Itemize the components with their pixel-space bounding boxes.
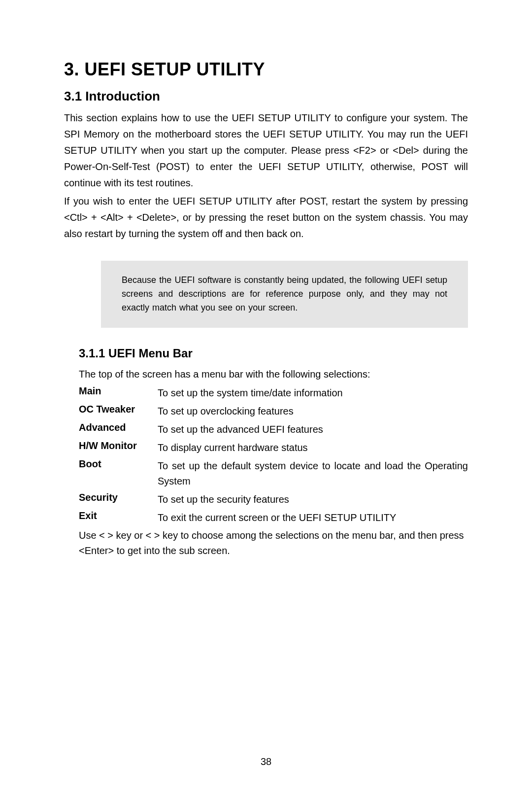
intro-paragraph-1: This section explains how to use the UEF…: [64, 110, 468, 191]
page: 3. UEFI SETUP UTILITY 3.1 Introduction T…: [0, 0, 532, 588]
menu-row-boot: Boot To set up the default system device…: [79, 457, 468, 490]
menu-row-main: Main To set up the system time/date info…: [79, 384, 468, 402]
menu-row-oc-tweaker: OC Tweaker To set up overclocking featur…: [79, 402, 468, 420]
menu-row-hw-monitor: H/W Monitor To display current hardware …: [79, 439, 468, 457]
menu-desc-exit: To exit the current screen or the UEFI S…: [158, 509, 468, 527]
menu-label-exit: Exit: [79, 509, 158, 527]
menu-row-exit: Exit To exit the current screen or the U…: [79, 509, 468, 527]
menu-bar-table: Main To set up the system time/date info…: [79, 384, 468, 527]
menu-desc-oc-tweaker: To set up overclocking features: [158, 402, 468, 420]
menu-label-oc-tweaker: OC Tweaker: [79, 402, 158, 420]
menu-label-security: Security: [79, 490, 158, 509]
menu-label-main: Main: [79, 384, 158, 402]
menu-row-advanced: Advanced To set up the advanced UEFI fea…: [79, 420, 468, 439]
notice-box: Because the UEFI software is constantly …: [101, 261, 468, 328]
menu-desc-security: To set up the security features: [158, 490, 468, 509]
page-number: 38: [0, 756, 532, 767]
menu-label-advanced: Advanced: [79, 420, 158, 439]
menu-label-boot: Boot: [79, 457, 158, 490]
menu-bar-closing: Use < > key or < > key to choose among t…: [79, 528, 468, 558]
subsection-3-1-1: 3.1.1 UEFI Menu Bar The top of the scree…: [64, 347, 468, 558]
menu-label-hw-monitor: H/W Monitor: [79, 439, 158, 457]
menu-desc-main: To set up the system time/date informati…: [158, 384, 468, 402]
subsection-title: 3.1.1 UEFI Menu Bar: [79, 347, 468, 360]
menu-desc-boot: To set up the default system device to l…: [158, 457, 468, 490]
menu-desc-advanced: To set up the advanced UEFI features: [158, 420, 468, 439]
menu-row-security: Security To set up the security features: [79, 490, 468, 509]
notice-text: Because the UEFI software is constantly …: [122, 274, 447, 315]
menu-desc-hw-monitor: To display current hardware status: [158, 439, 468, 457]
section-3-1-title: 3.1 Introduction: [64, 89, 468, 104]
chapter-title: 3. UEFI SETUP UTILITY: [64, 59, 468, 80]
menu-bar-intro: The top of the screen has a menu bar wit…: [79, 366, 468, 382]
intro-paragraph-2: If you wish to enter the UEFI SETUP UTIL…: [64, 193, 468, 242]
